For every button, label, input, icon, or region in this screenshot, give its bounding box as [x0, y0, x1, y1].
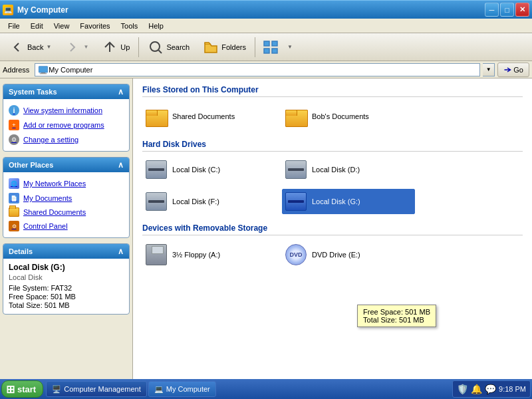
- sidebar-item-control-panel[interactable]: ⚙ Control Panel: [6, 219, 126, 233]
- svg-rect-8: [40, 73, 47, 74]
- shared-documents-item[interactable]: Shared Documents: [142, 102, 275, 130]
- tooltip-line1: Free Space: 501 MB: [363, 308, 430, 316]
- maximize-button[interactable]: □: [500, 3, 514, 17]
- files-stored-title: Files Stored on This Computer: [142, 85, 523, 97]
- local-g-label: Local Disk (G:): [312, 198, 360, 205]
- back-button[interactable]: Back ▼: [3, 35, 57, 59]
- local-f-label: Local Disk (F:): [172, 198, 219, 205]
- details-header[interactable]: Details ∧: [3, 244, 129, 259]
- local-d-item[interactable]: Local Disk (D:): [282, 157, 415, 182]
- files-stored-grid: Shared Documents Bob's Documents: [142, 102, 523, 130]
- minimize-button[interactable]: ─: [485, 3, 499, 17]
- local-f-item[interactable]: Local Disk (F:): [142, 189, 275, 214]
- local-c-label: Local Disk (C:): [172, 166, 220, 174]
- details-filesystem: File System: FAT32: [9, 284, 124, 292]
- details-totalsize: Total Size: 501 MB: [9, 301, 124, 309]
- sidebar-item-add-remove[interactable]: + Add or remove programs: [6, 118, 126, 132]
- local-d-icon: [285, 160, 307, 179]
- svg-rect-5: [272, 49, 277, 53]
- content-wrapper: Files Stored on This Computer Shared Doc…: [142, 85, 523, 269]
- up-button[interactable]: Up: [96, 35, 136, 59]
- dvd-e-label: DVD Drive (E:): [312, 251, 360, 259]
- other-places-header[interactable]: Other Places ∧: [3, 158, 129, 172]
- local-g-item[interactable]: Local Disk (G:): [282, 189, 415, 214]
- hard-disk-grid: Local Disk (C:) Local Disk (D:) Local Di…: [142, 157, 523, 214]
- shared-documents-folder-icon: [146, 106, 167, 127]
- floppy-a-item[interactable]: 3½ Floppy (A:): [142, 241, 275, 269]
- bobs-documents-item[interactable]: Bob's Documents: [282, 102, 415, 130]
- local-g-icon: [285, 192, 307, 211]
- local-c-icon: [146, 160, 167, 179]
- address-dropdown[interactable]: ▼: [483, 63, 495, 76]
- sidebar-item-change-setting[interactable]: ⚙ Change a setting: [6, 132, 126, 147]
- title-bar-left: 💻 My Computer: [3, 5, 68, 15]
- menu-favorites[interactable]: Favorites: [74, 21, 115, 31]
- system-tasks-toggle[interactable]: ∧: [118, 87, 124, 96]
- go-button[interactable]: Go: [497, 63, 529, 77]
- address-input-wrap[interactable]: My Computer: [35, 63, 480, 76]
- tooltip-line2: Total Size: 501 MB: [363, 316, 430, 324]
- search-button[interactable]: Search: [142, 35, 196, 59]
- local-c-item[interactable]: Local Disk (C:): [142, 157, 275, 182]
- details-freespace: Free Space: 501 MB: [9, 293, 124, 301]
- my-computer-taskbar-label: My Computer: [166, 385, 210, 393]
- go-arrow-icon: [503, 66, 511, 74]
- sidebar-item-shared-documents[interactable]: Shared Documents: [6, 205, 126, 219]
- control-panel-icon: ⚙: [9, 221, 19, 231]
- sidebar-item-my-network[interactable]: 🌐 My Network Places: [6, 176, 126, 191]
- menu-help[interactable]: Help: [143, 21, 169, 31]
- sidebar-item-my-documents[interactable]: 📄 My Documents: [6, 191, 126, 205]
- dvd-e-item[interactable]: DVD DVD Drive (E:): [282, 241, 415, 269]
- system-tasks-header[interactable]: System Tasks ∧: [3, 84, 129, 99]
- local-d-label: Local Disk (D:): [312, 166, 360, 174]
- svg-rect-3: [272, 41, 277, 46]
- taskbar-computer-mgmt[interactable]: 🖥️ Computer Management: [46, 381, 147, 397]
- computer-mgmt-icon: 🖥️: [52, 385, 61, 394]
- my-network-label: My Network Places: [23, 180, 86, 188]
- taskbar-tray: 🛡️ 🔔 💬 9:18 PM: [452, 380, 531, 398]
- my-documents-label: My Documents: [23, 194, 72, 202]
- back-label: Back: [27, 43, 43, 51]
- my-documents-icon: 📄: [9, 193, 19, 203]
- view-dropdown-button[interactable]: ▼: [285, 35, 295, 59]
- menu-tools[interactable]: Tools: [116, 21, 144, 31]
- window-icon: 💻: [3, 5, 13, 15]
- toolbar-separator-1: [138, 37, 139, 57]
- tooltip: Free Space: 501 MB Total Size: 501 MB: [357, 305, 436, 327]
- taskbar-my-computer[interactable]: 💻 My Computer: [148, 381, 216, 397]
- sidebar-item-view-system-info[interactable]: i View system information: [6, 103, 126, 118]
- svg-line-1: [159, 50, 162, 53]
- removable-grid: 3½ Floppy (A:) DVD DVD Drive (E:): [142, 241, 523, 269]
- bobs-documents-item-label: Bob's Documents: [312, 112, 369, 120]
- add-remove-icon: +: [9, 120, 19, 130]
- menu-edit[interactable]: Edit: [25, 21, 49, 31]
- details-toggle[interactable]: ∧: [118, 247, 124, 256]
- removable-title: Devices with Removable Storage: [142, 223, 523, 235]
- other-places-toggle[interactable]: ∧: [118, 160, 124, 170]
- tray-msg-icon: 💬: [485, 384, 496, 394]
- address-bar: Address My Computer ▼ Go: [0, 61, 532, 78]
- system-tasks-label: System Tasks: [9, 88, 57, 96]
- shared-documents-item-label: Shared Documents: [172, 112, 235, 120]
- settings-icon: ⚙: [9, 134, 19, 145]
- details-content: Local Disk (G:) Local Disk File System: …: [3, 259, 129, 314]
- toolbar-separator-2: [255, 37, 255, 57]
- add-remove-label: Add or remove programs: [23, 121, 104, 129]
- folders-button[interactable]: Folders: [197, 35, 252, 59]
- svg-point-0: [150, 42, 160, 51]
- view-button[interactable]: [258, 35, 283, 59]
- menu-file[interactable]: File: [3, 21, 25, 31]
- close-button[interactable]: ✕: [515, 3, 529, 17]
- menu-view[interactable]: View: [49, 21, 75, 31]
- details-title: Local Disk (G:): [9, 263, 124, 272]
- hard-disk-title: Hard Disk Drives: [142, 140, 523, 152]
- address-computer-icon: [38, 65, 49, 75]
- other-places-content: 🌐 My Network Places 📄 My Documents Share…: [3, 172, 129, 237]
- search-label: Search: [166, 43, 190, 51]
- forward-button[interactable]: ▼: [59, 35, 94, 59]
- tray-network-icon: 🔔: [471, 384, 482, 394]
- details-panel: Details ∧ Local Disk (G:) Local Disk Fil…: [3, 243, 130, 315]
- shared-documents-folder-icon: [9, 207, 19, 217]
- start-button[interactable]: ⊞ start: [1, 380, 43, 398]
- other-places-panel: Other Places ∧ 🌐 My Network Places 📄 My …: [3, 157, 130, 238]
